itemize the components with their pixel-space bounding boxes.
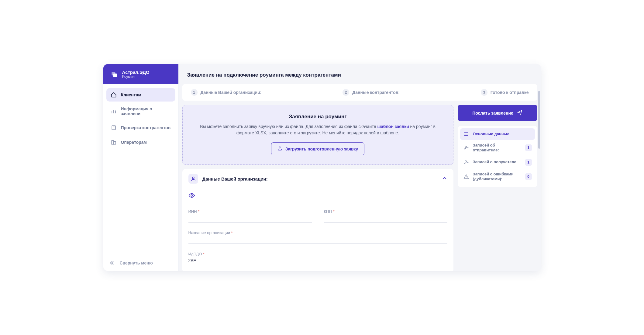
person-in-icon	[463, 160, 469, 165]
svg-rect-1	[113, 73, 117, 77]
kpp-label: КПП *	[324, 209, 447, 214]
stat-count: 1	[525, 159, 532, 166]
info-title: Заявление на роуминг	[195, 114, 441, 120]
stat-label: Основные данные	[473, 132, 532, 136]
document-icon	[111, 125, 117, 131]
scrollbar-thumb[interactable]	[538, 91, 540, 149]
chevron-up-icon	[442, 175, 447, 182]
person-out-icon	[463, 145, 469, 150]
sidebar-item-label: Клиентам	[121, 92, 141, 97]
brand: Астрал.ЭДО Роуминг	[103, 64, 178, 84]
send-label: Послать заявление	[472, 111, 513, 116]
upload-button[interactable]: Загрузить подготовленную заявку	[271, 142, 365, 155]
svg-rect-8	[112, 140, 114, 144]
idedo-input[interactable]	[188, 257, 447, 265]
step-label: Готово к отправке	[491, 90, 529, 95]
sidebar-item-label: Проверка контрагентов	[121, 125, 171, 130]
org-panel-title: Данные Вашей организации:	[202, 176, 438, 181]
stat-label: Записей с ошибками (дубликатами):	[473, 172, 522, 182]
svg-point-20	[465, 161, 466, 162]
toggle-visibility-button[interactable]	[188, 190, 447, 201]
send-button[interactable]: Послать заявление	[458, 105, 537, 121]
step-2: 2 Данные контрагентов:	[343, 89, 400, 96]
inn-label: ИНН *	[188, 209, 312, 214]
sidebar-item-applications-info[interactable]: Информация о заявлени	[106, 103, 175, 120]
idedo-label: ИдЭДО *	[188, 252, 447, 256]
upload-icon	[277, 146, 282, 152]
org-panel-header[interactable]: Данные Вашей организации:	[182, 169, 453, 188]
arrow-left-icon	[109, 260, 115, 266]
stat-count: 1	[525, 144, 532, 151]
bar-chart-icon	[111, 108, 117, 114]
sidebar-item-label: Операторам	[121, 140, 147, 145]
svg-point-19	[465, 146, 466, 148]
brand-title: Астрал.ЭДО	[122, 70, 150, 75]
sidebar-item-clients[interactable]: Клиентам	[106, 88, 175, 102]
svg-point-22	[466, 178, 467, 178]
svg-point-17	[464, 134, 464, 134]
nav: Клиентам Информация о заявлени Проверка …	[103, 84, 178, 255]
svg-point-18	[464, 135, 464, 136]
svg-point-12	[191, 195, 193, 196]
building-icon	[111, 139, 117, 145]
info-panel: Заявление на роуминг Вы можете заполнить…	[182, 105, 453, 165]
brand-subtitle: Роуминг	[122, 75, 150, 79]
person-icon	[188, 174, 198, 184]
stat-count: 0	[525, 173, 532, 180]
home-icon	[111, 92, 117, 98]
step-1: 1 Данные Вашей организации:	[191, 89, 262, 96]
stat-label: Записей об отправителе:	[473, 143, 522, 153]
list-icon	[463, 131, 469, 137]
kpp-input[interactable]	[324, 214, 447, 223]
info-description: Вы можете заполнить заявку вручную или и…	[195, 123, 441, 136]
brand-logo-icon	[110, 70, 119, 79]
org-panel: Данные Вашей организации: ИНН *	[182, 169, 453, 271]
app-window: Астрал.ЭДО Роуминг Клиентам Информация о…	[103, 64, 541, 271]
stat-receiver[interactable]: Записей о получателе: 1	[460, 156, 535, 169]
sidebar-item-check-counterparties[interactable]: Проверка контрагентов	[106, 121, 175, 134]
stat-label: Записей о получателе:	[473, 160, 522, 164]
sidebar-item-label: Информация о заявлени	[121, 106, 171, 116]
template-link[interactable]: шаблон заявки	[377, 124, 409, 129]
org-name-input[interactable]	[188, 236, 447, 244]
info-text-before: Вы можете заполнить заявку вручную или и…	[200, 124, 377, 129]
sidebar: Астрал.ЭДО Роуминг Клиентам Информация о…	[103, 64, 179, 271]
stats-panel: Основные данные Записей об отправителе: …	[458, 126, 537, 187]
sidebar-item-operators[interactable]: Операторам	[106, 136, 175, 149]
stat-errors[interactable]: Записей с ошибками (дубликатами): 0	[460, 169, 535, 185]
upload-label: Загрузить подготовленную заявку	[285, 147, 358, 151]
svg-point-16	[464, 132, 464, 133]
svg-point-11	[192, 177, 194, 179]
step-num: 2	[343, 89, 349, 96]
svg-rect-9	[114, 142, 116, 144]
main-header: Заявление на подключение роуминга между …	[179, 64, 541, 84]
main: Заявление на подключение роуминга между …	[179, 64, 541, 271]
warning-icon	[463, 174, 469, 179]
org-name-label: Название организации *	[188, 230, 447, 235]
step-3: 3 Готово к отправке	[481, 89, 529, 96]
svg-rect-5	[112, 126, 115, 130]
page-title: Заявление на подключение роуминга между …	[187, 72, 532, 78]
collapse-menu-button[interactable]: Свернуть меню	[103, 255, 178, 271]
step-num: 3	[481, 89, 487, 96]
stat-primary[interactable]: Основные данные	[460, 128, 535, 140]
inn-input[interactable]	[188, 214, 312, 223]
step-num: 1	[191, 89, 198, 96]
stat-sender[interactable]: Записей об отправителе: 1	[460, 140, 535, 156]
org-panel-body: ИНН * КПП * Название организации *	[182, 188, 453, 271]
step-label: Данные Вашей организации:	[201, 90, 262, 95]
collapse-menu-label: Свернуть меню	[120, 261, 153, 265]
step-label: Данные контрагентов:	[352, 90, 400, 95]
send-icon	[517, 110, 522, 116]
stepper: 1 Данные Вашей организации: 2 Данные кон…	[182, 84, 537, 101]
